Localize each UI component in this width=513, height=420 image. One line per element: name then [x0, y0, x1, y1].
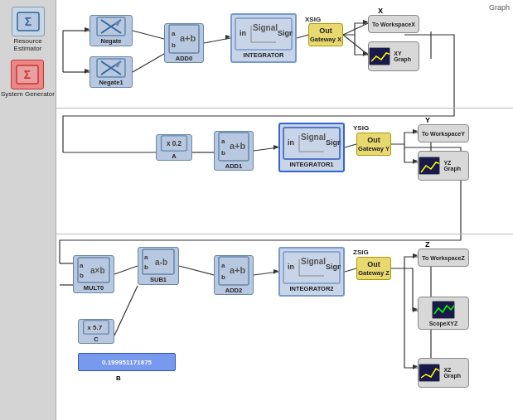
- svg-line-12: [343, 35, 368, 55]
- svg-text:Σ: Σ: [24, 15, 31, 28]
- svg-text:a+b: a+b: [230, 141, 246, 151]
- svg-text:a: a: [172, 30, 176, 37]
- svg-line-22: [345, 268, 356, 272]
- add2-label: ADD2: [225, 287, 242, 294]
- integrator-label: INTEGRATOR: [244, 51, 284, 59]
- sub1-label: SUB1: [150, 276, 167, 283]
- gateway-x-block[interactable]: Out Gateway X: [308, 23, 343, 46]
- xy-graph-block[interactable]: XY Graph: [368, 41, 419, 71]
- a-block[interactable]: x 0.2 A: [156, 134, 192, 161]
- xsig-label: XSIG: [305, 16, 321, 23]
- sidebar: Σ Resource Estimator Σ System Generator: [0, 0, 56, 420]
- system-generator-label: System Generator: [1, 91, 55, 99]
- diagram-area: Negate Negate1 a b a+b ADD0: [56, 0, 513, 420]
- gateway-y-block[interactable]: Out Gateway Y: [356, 133, 391, 156]
- mult0-block[interactable]: a b a×b MULT0: [73, 255, 114, 293]
- svg-text:a+b: a+b: [230, 265, 246, 275]
- integrator1-block[interactable]: in Signal Signal INTEGRATOR1: [278, 123, 345, 172]
- yz-graph-label: YZ Graph: [443, 160, 468, 171]
- y-output-label: Y: [425, 116, 430, 124]
- yz-graph-icon: [419, 157, 440, 175]
- xz-graph-label: XZ Graph: [443, 367, 468, 379]
- x-output-label: X: [378, 7, 383, 15]
- gateway-x-label: Gateway X: [310, 36, 341, 43]
- svg-text:a: a: [221, 138, 225, 145]
- workspace-y-block[interactable]: To WorkspaceY: [418, 124, 469, 142]
- svg-line-7: [133, 31, 164, 39]
- svg-rect-91: [419, 364, 440, 382]
- yz-graph-block[interactable]: YZ Graph: [418, 151, 469, 181]
- svg-text:a+b: a+b: [180, 33, 196, 43]
- scope-xyz-block[interactable]: ScopeXYZ: [418, 297, 469, 330]
- svg-line-11: [343, 23, 368, 35]
- integrator2-block[interactable]: in Signal Signal INTEGRATOR2: [278, 247, 345, 297]
- xy-graph-icon: [369, 47, 390, 65]
- gateway-z-block[interactable]: Out Gateway Z: [356, 257, 391, 280]
- add0-label: ADD0: [176, 55, 192, 62]
- zsig-label: ZSIG: [353, 249, 369, 256]
- svg-line-19: [114, 266, 138, 274]
- add1-block[interactable]: a b a+b ADD1: [214, 131, 254, 171]
- xy-graph-label: XY Graph: [394, 51, 419, 62]
- add1-label: ADD1: [225, 162, 242, 170]
- add0-block[interactable]: a b a+b ADD0: [164, 23, 204, 63]
- svg-text:a: a: [80, 262, 84, 269]
- svg-text:x 5.7: x 5.7: [87, 324, 102, 331]
- sidebar-item-resource-estimator[interactable]: Σ Resource Estimator: [0, 7, 56, 53]
- workspace-z-block[interactable]: To WorkspaceZ: [418, 249, 469, 267]
- svg-text:b: b: [221, 273, 225, 281]
- svg-line-20: [179, 266, 214, 275]
- svg-line-15: [254, 147, 278, 151]
- b-label: B: [116, 374, 121, 382]
- c-block[interactable]: x 5.7 C: [78, 319, 114, 344]
- svg-text:Signal: Signal: [278, 29, 293, 37]
- gateway-x-out-label: Out: [319, 27, 332, 35]
- b-value-block[interactable]: 0.199951171875: [78, 353, 176, 371]
- svg-line-16: [345, 144, 356, 147]
- workspace-x-block[interactable]: To WorkspaceX: [368, 15, 419, 33]
- svg-line-23: [114, 286, 138, 336]
- svg-line-8: [133, 54, 164, 72]
- sub1-block[interactable]: a b a-b SUB1: [138, 247, 179, 285]
- sidebar-item-system-generator[interactable]: Σ System Generator: [1, 60, 55, 99]
- svg-text:a-b: a-b: [155, 258, 167, 267]
- svg-text:Signal: Signal: [326, 263, 341, 271]
- negate1-block[interactable]: Negate1: [90, 56, 133, 88]
- c-label: C: [94, 336, 98, 343]
- workspace-y-label: To WorkspaceY: [422, 131, 465, 137]
- gateway-y-label: Gateway Y: [358, 145, 390, 152]
- divider-2: [56, 234, 513, 234]
- negate1-label: Negate1: [99, 79, 123, 86]
- workspace-x-label: To WorkspaceX: [372, 22, 415, 27]
- integrator1-label: INTEGRATOR1: [289, 161, 333, 168]
- svg-text:in: in: [240, 29, 246, 37]
- workspace-z-label: To WorkspaceZ: [422, 255, 464, 261]
- svg-line-10: [297, 35, 308, 38]
- svg-text:b: b: [144, 263, 148, 271]
- svg-text:Signal: Signal: [301, 257, 326, 266]
- svg-text:Signal: Signal: [253, 23, 278, 32]
- svg-text:Signal: Signal: [301, 133, 326, 142]
- integrator-block[interactable]: in Signal Signal INTEGRATOR: [230, 13, 297, 63]
- svg-text:b: b: [80, 272, 84, 279]
- svg-line-9: [204, 38, 230, 43]
- svg-text:Signal: Signal: [326, 138, 341, 147]
- scope-xyz-label: ScopeXYZ: [429, 321, 458, 326]
- add2-block[interactable]: a b a+b ADD2: [214, 255, 254, 295]
- svg-text:a: a: [221, 262, 225, 269]
- svg-text:in: in: [288, 263, 294, 271]
- gateway-y-out-label: Out: [367, 136, 380, 144]
- svg-text:x 0.2: x 0.2: [167, 140, 182, 147]
- a-label: A: [172, 152, 176, 160]
- negate-block[interactable]: Negate: [90, 15, 133, 46]
- divider-1: [56, 108, 513, 109]
- ysig-label: YSIG: [353, 124, 369, 132]
- resource-estimator-label: Resource Estimator: [0, 38, 56, 53]
- svg-text:b: b: [172, 41, 176, 49]
- svg-text:b: b: [221, 149, 225, 157]
- gateway-z-label: Gateway Z: [358, 269, 390, 277]
- xz-graph-block[interactable]: XZ Graph: [418, 358, 469, 388]
- svg-text:Σ: Σ: [24, 68, 31, 81]
- resource-estimator-icon: Σ: [12, 7, 45, 36]
- graph-title: Graph: [489, 3, 510, 12]
